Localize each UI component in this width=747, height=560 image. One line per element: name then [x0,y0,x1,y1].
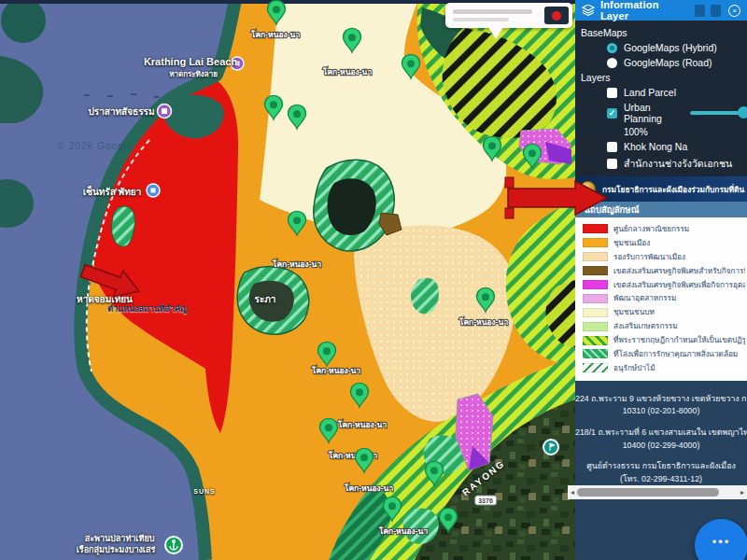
tooltip-pointer [488,27,503,39]
opacity-value: 100% [624,127,747,137]
map-tooltip[interactable] [445,3,572,28]
opacity-slider[interactable] [690,111,747,115]
legend-row: เขตส่งเสริมเศรษฐกิจพิเศษสำหรับกิจการพิเศ… [583,264,745,278]
pier-anchor-icon[interactable] [165,537,182,553]
basemap-options: GoogleMaps (Hybrid)GoogleMaps (Road) [581,42,747,68]
island [1,0,46,43]
legend-row: รองรับการพัฒนาเมือง [583,250,745,264]
khok-nong-na-label: โคก-หนอง-นา [250,30,301,39]
contact-line: 224 ถ.พระราม 9 แขวงห้วยขวาง เขตห้วยขวาง … [575,393,747,406]
department-banner-text: กรมโยธาธิการและผังเมืองร่วมกับกรมที่ดิน [602,183,744,196]
layer-option[interactable]: Khok Nong Na [607,141,747,152]
tooltip-record-button[interactable] [544,7,569,24]
legend-row: ศูนย์กลางพาณิชยกรรม [583,222,745,236]
layer-option[interactable]: สำนักงานช่างรังวัดเอกชน [607,156,747,172]
legend-swatch [583,280,608,289]
basemap-option[interactable]: GoogleMaps (Road) [607,57,747,68]
layer-option-label: Urban Planning [624,102,682,124]
legend-title: แถบสัญลักษณ์ [585,203,639,217]
legend-label: ส่งเสริมเกษตรกรรม [613,320,678,332]
golf-icon[interactable] [543,440,558,455]
checkbox-icon[interactable] [607,88,617,98]
legend-swatch [583,336,608,345]
layers-label: Layers [581,72,747,83]
legend-label: ที่พระราชกฤษฎีกากำหนดให้เป็นเขตปฏิรูปที่… [613,334,745,346]
khok-nong-na-label: โคก-หนอง-นา [311,366,361,375]
map-canvas[interactable]: โคก-หนอง-นาโคก-หนอง-นาโคก-หนอง-นาโคก-หนอ… [0,0,575,560]
legend-row: พัฒนาอุตสาหกรรม [583,291,745,305]
legend-row: ที่พระราชกฤษฎีกากำหนดให้เป็นเขตปฏิรูปที่… [583,333,745,347]
legend-label: ศูนย์กลางพาณิชยกรรม [613,223,689,235]
contact-line: (โทร. 02-299-4311-12) [575,473,747,486]
contact-line: ศูนย์ดำรงธรรม กรมโยธาธิการและผังเมือง [575,460,747,473]
layer-option-label: Land Parcel [624,87,676,98]
radio-button-icon[interactable] [607,43,617,53]
checkbox-icon[interactable] [607,142,617,152]
contact-line: 218/1 ถ.พระรามที่ 6 แขวงสามเสนใน เขตพญาไ… [575,427,747,440]
khok-nong-na-label: โคก-หนอง-นา [337,420,388,429]
horizontal-scrollbar[interactable]: ◂ ▸ [568,485,747,499]
legend-label: อนุรักษ์ป่าไม้ [613,362,655,374]
record-dot-icon [552,11,561,21]
basemap-option-label: GoogleMaps (Hybrid) [624,42,717,53]
legend-row: ที่โล่งเพื่อการรักษาคุณภาพสิ่งแวดล้อม [583,347,745,361]
legend-swatch [583,266,608,275]
more-actions-fab[interactable]: ••• [695,519,747,560]
department-emblem-icon [580,181,596,197]
contact-line: 10400 (02-299-4000) [575,440,747,453]
close-icon[interactable]: × [728,5,740,17]
legend-header: แถบสัญลักษณ์ [575,202,747,217]
ghost-icon [711,5,721,17]
slider-knob[interactable] [738,106,747,119]
khok-nong-na-label: โคก-หนอง-นา [272,259,322,269]
layers-icon [582,5,595,16]
layer-option-label: สำนักงานช่างรังวัดเอกชน [624,156,732,172]
legend-label: ชุมชนชนบท [613,306,655,318]
checkbox-icon[interactable]: ✓ [607,108,617,119]
khok-nong-na-label: โคก-หนอง-นา [322,67,373,77]
legend-label: พัฒนาอุตสาหกรรม [613,292,676,304]
layer-options: Land Parcel✓Urban Planning100%Khok Nong … [581,87,747,172]
legend-row: เขตส่งเสริมเศรษฐกิจพิเศษเพื่อกิจการอุตสา… [583,278,745,292]
khok-nong-na-label: โคก-หนอง-นา [344,483,394,493]
legend-swatch [583,349,608,358]
legend-swatch [583,363,608,372]
checkbox-icon[interactable] [607,159,617,169]
tooltip-blurred-text [453,18,509,21]
radio-button-icon[interactable] [607,58,617,68]
legend-swatch [583,224,608,233]
information-layer-panel: Information Layer × BaseMaps GoogleMaps … [575,0,747,560]
layer-option[interactable]: ✓Urban Planning [607,102,747,124]
legend-swatch [583,252,608,261]
ghost-icon [695,5,705,17]
legend-body: ศูนย์กลางพาณิชยกรรมชุมชนเมืองรองรับการพั… [575,217,747,381]
landmark-icon[interactable] [158,105,172,119]
panel-body: BaseMaps GoogleMaps (Hybrid)GoogleMaps (… [575,21,747,172]
legend-swatch [583,308,608,317]
scroll-left-arrow[interactable]: ◂ [568,488,577,497]
legend-swatch [583,238,608,247]
contact-line: 10310 (02-201-8000) [575,405,747,418]
legend-swatch [583,294,608,303]
scroll-right-arrow[interactable]: ▸ [738,488,747,497]
legend-row: ส่งเสริมเกษตรกรรม [583,319,745,333]
basemap-option[interactable]: GoogleMaps (Hybrid) [607,42,747,53]
scrollbar-thumb[interactable] [577,488,719,497]
app-window: โคก-หนอง-นาโคก-หนอง-นาโคก-หนอง-นาโคก-หนอ… [0,0,747,560]
basemap-option-label: GoogleMaps (Road) [624,57,712,68]
basemaps-label: BaseMaps [581,27,747,38]
legend-label: ชุมชนเมือง [613,237,650,249]
mall-icon[interactable] [147,184,160,197]
legend-swatch [583,322,608,331]
legend-label: ที่โล่งเพื่อการรักษาคุณภาพสิ่งแวดล้อม [613,348,738,360]
panel-title: Information Layer [600,0,689,21]
department-banner: กรมโยธาธิการและผังเมืองร่วมกับกรมที่ดิน [575,176,747,202]
khok-nong-na-label: โคก-หนอง-นา [458,317,509,327]
legend-row: ชุมชนเมือง [583,236,745,250]
layer-option[interactable]: Land Parcel [607,87,747,98]
landmark-icon-2[interactable] [231,57,244,70]
legend-label: รองรับการพัฒนาเมือง [613,251,685,263]
legend-label: เขตส่งเสริมเศรษฐกิจพิเศษสำหรับกิจการพิเศ… [613,265,745,277]
map-graphics: โคก-หนอง-นาโคก-หนอง-นาโคก-หนอง-นาโคก-หนอ… [0,0,575,560]
legend-row: อนุรักษ์ป่าไม้ [583,361,745,375]
